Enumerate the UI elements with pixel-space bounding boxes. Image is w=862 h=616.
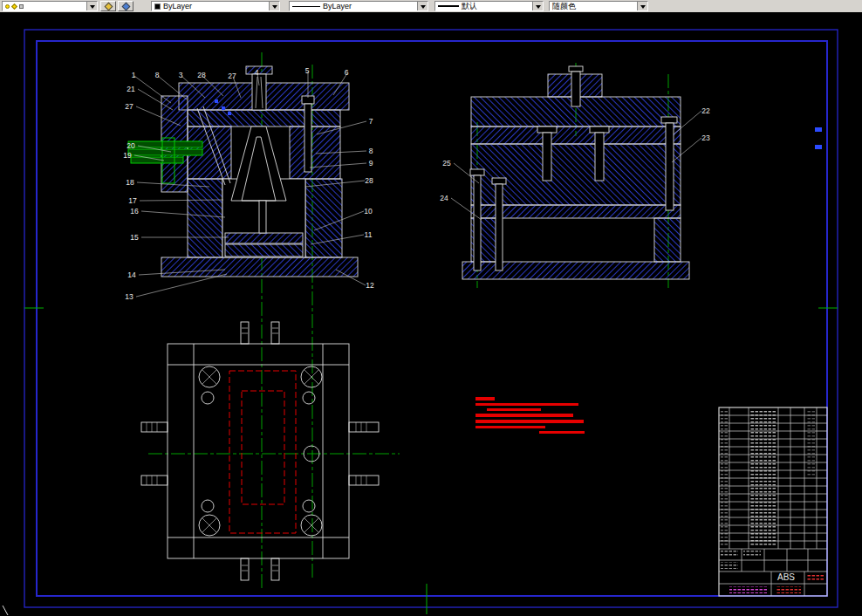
callout[interactable]: 23: [701, 133, 710, 142]
callout[interactable]: 9: [369, 159, 373, 168]
lineweight-combo-value: 默认: [462, 2, 477, 10]
callout[interactable]: 3: [179, 71, 183, 79]
lineweight-combo-dropdown-arrow[interactable]: [532, 2, 543, 10]
callout[interactable]: 16: [130, 207, 139, 216]
callout[interactable]: 11: [365, 230, 373, 239]
callout[interactable]: 4: [255, 68, 259, 77]
red-annotation-text[interactable]: [475, 397, 585, 434]
linetype-combo-dropdown-arrow[interactable]: [417, 2, 428, 10]
callout[interactable]: 19: [123, 151, 132, 160]
callout[interactable]: 6: [345, 68, 349, 77]
ucs-icon: [3, 606, 8, 615]
linetype-combo-value: ByLayer: [323, 2, 352, 10]
view-front-section[interactable]: [161, 66, 358, 277]
view-plan[interactable]: [141, 322, 379, 580]
title-block[interactable]: [719, 407, 827, 596]
plot-style-combo[interactable]: 随颜色: [549, 1, 648, 11]
layer-lock-icon: [19, 4, 24, 9]
layer-combo-field[interactable]: [3, 2, 86, 10]
callout[interactable]: 21: [127, 85, 135, 93]
sheet-frame[interactable]: [24, 30, 838, 614]
color-combo-field[interactable]: ByLayer: [152, 2, 269, 10]
cad-window: ByLayer ByLayer 默认 随颜色: [0, 0, 862, 616]
callout[interactable]: 7: [369, 117, 373, 126]
callout[interactable]: 13: [125, 292, 133, 301]
current-color-swatch: [154, 3, 161, 10]
layer-properties-button[interactable]: [100, 1, 116, 11]
callout[interactable]: 10: [364, 207, 373, 216]
linetype-combo[interactable]: ByLayer: [289, 1, 428, 11]
callout[interactable]: 5: [305, 66, 310, 75]
layer-freeze-icon: [11, 3, 17, 9]
callout[interactable]: 28: [197, 71, 206, 79]
linetype-sample-icon: [292, 6, 320, 7]
plot-style-combo-value: 随颜色: [552, 2, 576, 10]
plot-style-combo-field[interactable]: 随颜色: [550, 2, 637, 10]
drawing-canvas[interactable]: ABS 1 8 3 28 27 4 5 6 21 27 20 19 18 17 …: [0, 12, 862, 616]
runner-hidden-lines[interactable]: [229, 371, 296, 533]
callout[interactable]: 25: [442, 159, 451, 168]
layers-icon: [104, 2, 113, 10]
callout[interactable]: 20: [127, 141, 135, 150]
callout[interactable]: 24: [440, 194, 448, 202]
layer-on-icon: [5, 4, 10, 9]
layer-combo[interactable]: [2, 1, 98, 11]
callout[interactable]: 1: [132, 71, 136, 79]
callout[interactable]: 14: [127, 270, 136, 279]
layer-combo-dropdown-arrow[interactable]: [86, 2, 97, 10]
lineweight-combo-field[interactable]: 默认: [435, 2, 532, 10]
callout[interactable]: 22: [701, 106, 710, 115]
linetype-combo-field[interactable]: ByLayer: [290, 2, 417, 10]
callout[interactable]: 8: [369, 147, 373, 155]
callout[interactable]: 27: [125, 102, 133, 111]
callout[interactable]: 12: [366, 281, 374, 290]
lineweight-combo[interactable]: 默认: [434, 1, 544, 11]
material-label[interactable]: ABS: [777, 572, 795, 582]
callout[interactable]: 27: [228, 72, 236, 80]
object-properties-toolbar: ByLayer ByLayer 默认 随颜色: [0, 0, 862, 12]
drawing-svg: ABS 1 8 3 28 27 4 5 6 21 27 20 19 18 17 …: [0, 12, 862, 616]
view-side-section[interactable]: [462, 66, 689, 279]
lineweight-sample-icon: [438, 5, 459, 7]
callout[interactable]: 18: [126, 178, 134, 187]
guide-circles: [199, 366, 322, 536]
callout[interactable]: 28: [365, 176, 373, 185]
plot-style-combo-dropdown-arrow[interactable]: [637, 2, 647, 10]
layer-match-icon: [121, 2, 130, 10]
callout[interactable]: 8: [155, 71, 160, 79]
callout[interactable]: 15: [130, 233, 139, 242]
color-combo[interactable]: ByLayer: [151, 1, 280, 11]
plan-pins: [241, 322, 279, 580]
color-combo-value: ByLayer: [163, 2, 192, 10]
callout[interactable]: 17: [128, 196, 137, 205]
make-object-layer-current-button[interactable]: [118, 1, 133, 11]
color-combo-dropdown-arrow[interactable]: [269, 2, 279, 10]
